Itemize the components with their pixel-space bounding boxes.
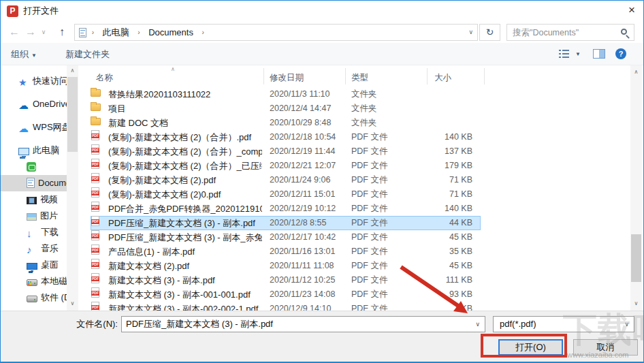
file-icon [91, 273, 99, 283]
table-row[interactable]: 替换结果20201103111022 2020/11/3 11:10 文件夹 [91, 87, 481, 101]
address-dropdown-icon[interactable]: ∨ [468, 25, 473, 40]
sidebar-item[interactable]: WPS网盘 [1, 119, 67, 136]
file-name: 新建 DOC 文档 [108, 116, 262, 130]
sidebar-item[interactable]: 图片 [1, 208, 67, 224]
file-type: 文件夹 [351, 116, 423, 130]
table-row[interactable]: (复制)-新建文本文档 (2)（合并）_comp... 2020/12/19 1… [91, 144, 481, 159]
table-row[interactable]: 项目 2020/12/4 14:47 文件夹 [91, 101, 481, 116]
title-bar: P 打开文件 × [1, 1, 643, 21]
search-icon[interactable] [621, 29, 627, 35]
list-scrollbar[interactable]: ∧ ∨ [630, 65, 642, 311]
file-icon [91, 244, 99, 255]
file-icon [91, 187, 99, 198]
sidebar-item[interactable]: 本地磁盘 [1, 273, 67, 289]
table-row[interactable]: 新建 DOC 文档 2020/10/29 8:48 文件夹 [91, 116, 481, 130]
file-type: PDF 文件 [351, 287, 423, 302]
view-mode-icon[interactable] [559, 49, 569, 59]
file-type: PDF 文件 [351, 202, 423, 216]
scrollbar-thumb[interactable] [631, 234, 641, 282]
table-row[interactable]: PDF合并_赤兔PDF转换器_20201219101... 2020/12/19… [91, 202, 481, 216]
table-row[interactable]: (复制)-新建文本文档 (2)（合并）_已压缩... 2020/12/21 12… [91, 159, 481, 173]
table-row[interactable]: PDF压缩_新建文本文档 (3) - 副本.pdf 2020/12/8 8:55… [91, 216, 481, 230]
sidebar-item-label: 图片 [40, 210, 58, 221]
file-icon [91, 173, 99, 183]
sidebar-item-label: WPS网盘 [33, 122, 67, 132]
forward-icon[interactable]: → [22, 21, 39, 43]
filename-input[interactable] [126, 317, 466, 331]
back-icon[interactable]: ← [6, 21, 22, 43]
table-row[interactable]: 新建文本文档 (3) - 副本-002-002-1.pdf 2020/12/9 … [91, 302, 481, 311]
scroll-down-icon[interactable]: ∨ [67, 298, 78, 309]
file-name: 产品信息(1) - 副本.pdf [108, 244, 262, 259]
file-rows: 替换结果20201103111022 2020/11/3 11:10 文件夹 项… [91, 87, 481, 311]
column-header-type[interactable]: 类型 [351, 72, 368, 84]
new-folder-button[interactable]: 新建文件夹 [65, 43, 110, 65]
breadcrumb-documents[interactable]: Documents [144, 25, 198, 40]
file-type: PDF 文件 [351, 159, 423, 173]
scroll-up-icon[interactable]: ∧ [67, 65, 78, 76]
search-input[interactable] [513, 25, 615, 40]
sidebar-item-label: 本地磁盘 [41, 276, 67, 286]
sidebar-item-label: OneDrive [33, 99, 67, 109]
scroll-down-icon[interactable]: ∨ [630, 298, 642, 309]
sidebar-item-label: 软件 (D [41, 292, 67, 302]
help-icon[interactable]: ? [615, 48, 626, 59]
column-header-name[interactable]: 名称 [96, 72, 113, 84]
sidebar-item[interactable] [1, 159, 67, 175]
chevron-down-icon[interactable]: ∨ [475, 317, 480, 332]
file-name: 新建文本文档 (2).pdf [108, 259, 262, 273]
sidebar-item[interactable]: 音乐 [1, 240, 67, 257]
scroll-up-icon[interactable]: ∧ [630, 67, 642, 77]
sidebar-item[interactable]: OneDrive [1, 96, 67, 112]
file-icon [91, 216, 99, 226]
sidebar-scrollbar[interactable]: ∧ ∨ [67, 65, 78, 311]
file-size: 137 KB [421, 144, 477, 159]
sidebar-item[interactable]: Documents [1, 175, 67, 191]
filetype-combobox[interactable]: pdf(*.pdf) ∨ [493, 316, 634, 332]
column-header-date[interactable]: 修改日期 [270, 72, 304, 84]
sidebar-item[interactable]: 快速访问 [1, 73, 67, 89]
file-type: 文件夹 [351, 87, 423, 101]
list-header: ∧ 名称 修改日期 类型 大小 [80, 65, 644, 87]
sidebar-item[interactable]: 桌面 [1, 257, 67, 273]
file-icon [91, 89, 101, 97]
column-header-size[interactable]: 大小 [434, 72, 451, 84]
table-row[interactable]: (复制)-新建文本文档 (2)（合并）.pdf 2020/12/18 10:54… [91, 130, 481, 144]
sidebar-item-icon [27, 162, 36, 172]
sidebar-item-icon [27, 242, 37, 253]
organize-button[interactable]: 组织▼ [11, 43, 37, 67]
file-type: PDF 文件 [351, 187, 423, 202]
scrollbar-thumb[interactable] [67, 77, 78, 152]
sidebar-item-icon [27, 197, 37, 204]
breadcrumb-chevron-icon: › [201, 25, 206, 40]
file-name: PDF合并_赤兔PDF转换器_20201219101... [108, 202, 262, 216]
open-file-dialog: P 打开文件 × ← → ∨ ↑ › 此电脑 › Documents › ∨ ↻… [0, 0, 644, 363]
cancel-button[interactable]: 取消 [573, 339, 638, 356]
sidebar-item[interactable]: 下载 [1, 224, 67, 240]
dialog-title: 打开文件 [23, 1, 59, 21]
refresh-icon[interactable]: ↻ [479, 24, 500, 41]
sidebar-item-icon [18, 98, 29, 109]
table-row[interactable]: (复制)-新建文本文档 (2).pdf 2020/11/24 9:06 PDF … [91, 173, 481, 187]
table-row[interactable]: 新建文本文档 (2).pdf 2020/11/11 11:08 PDF 文件 4… [91, 259, 481, 273]
file-name: (复制)-新建文本文档 (2).pdf [108, 173, 262, 187]
close-icon[interactable]: × [620, 1, 643, 21]
table-row[interactable]: PDF压缩_新建文本文档 (3) - 副本_赤兔P... 2020/12/17 … [91, 230, 481, 244]
sidebar-item[interactable]: 视频 [1, 191, 67, 208]
sidebar-item[interactable]: 此电脑 [1, 142, 67, 159]
table-row[interactable]: 新建文本文档 (3) - 副本-001-001.pdf 2020/11/23 1… [91, 287, 481, 302]
table-row[interactable]: 产品信息(1) - 副本.pdf 2020/11/16 13:01 PDF 文件… [91, 244, 481, 259]
file-icon [91, 104, 101, 111]
preview-pane-icon[interactable] [593, 49, 605, 59]
up-icon[interactable]: ↑ [54, 21, 70, 43]
file-type: PDF 文件 [351, 216, 423, 230]
breadcrumb-this-pc[interactable]: 此电脑 [98, 25, 134, 40]
file-name: 新建文本文档 (3) - 副本-001-001.pdf [108, 287, 262, 302]
view-mode-chevron-icon[interactable]: ▼ [575, 43, 581, 65]
sidebar-item[interactable]: 软件 (D [1, 289, 67, 306]
history-chevron-down-icon[interactable]: ∨ [39, 21, 48, 43]
table-row[interactable]: 新建文本文档 (3) - 副本.pdf 2020/11/12 10:25 PDF… [91, 273, 481, 287]
address-bar[interactable]: › 此电脑 › Documents › ∨ [74, 24, 478, 41]
file-type: 文件夹 [351, 101, 423, 116]
table-row[interactable]: (复制)-新建文本文档 (2)0.pdf 2020/12/11 15:01 PD… [91, 187, 481, 202]
